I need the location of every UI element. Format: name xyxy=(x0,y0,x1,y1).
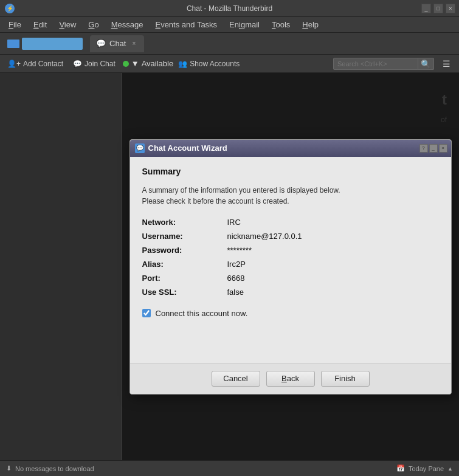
summary-row-username: Username: nickname@127.0.0.1 xyxy=(142,232,439,241)
value-network: IRC xyxy=(227,218,241,227)
window-controls: _ □ × xyxy=(421,4,455,13)
dialog-body: Summary A summary of the information you… xyxy=(130,157,451,363)
compose-bar xyxy=(22,38,83,50)
summary-row-ssl: Use SSL: false xyxy=(142,288,439,297)
summary-intro-line1: A summary of the information you entered… xyxy=(142,185,439,196)
chat-area: t of ted 💬 Chat Account Wizard ? _ × Su xyxy=(122,73,459,460)
dialog-title: Chat Account Wizard xyxy=(148,143,227,153)
main-toolbar: 💬 Chat × xyxy=(0,33,459,55)
modal-overlay: 💬 Chat Account Wizard ? _ × Summary A su… xyxy=(122,73,459,460)
no-messages-label: No messages to download xyxy=(15,465,94,472)
label-password: Password: xyxy=(142,246,227,255)
menu-events[interactable]: Events and Tasks xyxy=(150,19,222,30)
search-button[interactable]: 🔍 xyxy=(418,58,434,70)
chat-bubble-icon: 💬 xyxy=(96,39,106,48)
status-area[interactable]: ▼ Available xyxy=(123,59,173,68)
add-contact-label: Add Contact xyxy=(23,60,63,68)
value-port: 6668 xyxy=(227,274,245,283)
join-chat-label: Join Chat xyxy=(85,60,116,68)
connect-now-checkbox[interactable] xyxy=(142,309,151,317)
label-username: Username: xyxy=(142,232,227,241)
status-dropdown-arrow: ▼ xyxy=(131,59,139,68)
show-accounts-button[interactable]: 👥 Show Accounts xyxy=(178,60,240,68)
summary-row-alias: Alias: Irc2P xyxy=(142,260,439,269)
summary-intro-line2: Please check it before the account is cr… xyxy=(142,196,439,207)
summary-row-network: Network: IRC xyxy=(142,218,439,227)
value-ssl: false xyxy=(227,288,244,297)
menu-help[interactable]: Help xyxy=(297,19,323,30)
back-button[interactable]: Back xyxy=(266,371,315,387)
title-bar: ⚡ Chat - Mozilla Thunderbird _ □ × xyxy=(0,0,459,17)
menu-file[interactable]: File xyxy=(4,19,26,30)
summary-table: Network: IRC Username: nickname@127.0.0.… xyxy=(142,218,439,297)
dialog-title-bar: 💬 Chat Account Wizard ? _ × xyxy=(130,140,451,157)
join-chat-icon: 💬 xyxy=(73,60,82,68)
calendar-icon: 📅 xyxy=(396,464,405,472)
label-network: Network: xyxy=(142,218,227,227)
today-pane-arrow-icon: ▲ xyxy=(447,466,453,472)
close-button[interactable]: × xyxy=(446,4,455,13)
dialog-minimize-button[interactable]: _ xyxy=(429,144,438,153)
value-username: nickname@127.0.0.1 xyxy=(227,232,302,241)
connect-now-row: Connect this account now. xyxy=(142,309,439,318)
search-input[interactable] xyxy=(333,58,418,70)
chat-account-wizard-dialog: 💬 Chat Account Wizard ? _ × Summary A su… xyxy=(129,139,452,395)
cancel-button[interactable]: Cancel xyxy=(212,371,260,387)
add-contact-button[interactable]: 👤+ Add Contact xyxy=(5,58,66,69)
dialog-controls: ? _ × xyxy=(419,144,447,153)
accounts-icon: 👥 xyxy=(178,60,187,68)
menu-bar: File Edit View Go Message Events and Tas… xyxy=(0,17,459,33)
tab-close-button[interactable]: × xyxy=(129,40,138,48)
dialog-app-icon: 💬 xyxy=(135,143,145,153)
mail-envelope-icon xyxy=(7,40,19,48)
dialog-help-button[interactable]: ? xyxy=(419,144,428,153)
tab-area: 💬 Chat × xyxy=(90,33,144,54)
dialog-close-button[interactable]: × xyxy=(439,144,447,153)
minimize-button[interactable]: _ xyxy=(421,4,431,13)
summary-row-password: Password: ******** xyxy=(142,246,439,255)
menu-edit[interactable]: Edit xyxy=(29,19,52,30)
today-pane-label: Today Pane xyxy=(409,465,444,472)
sidebar xyxy=(0,73,122,460)
tab-label: Chat xyxy=(109,39,126,48)
download-icon: ⬇ xyxy=(6,464,12,472)
menu-tools[interactable]: Tools xyxy=(267,19,295,30)
status-bar: ⬇ No messages to download 📅 Today Pane ▲ xyxy=(0,460,459,476)
hamburger-menu-button[interactable]: ☰ xyxy=(439,58,454,70)
status-label: Available xyxy=(142,59,174,68)
menu-go[interactable]: Go xyxy=(83,19,103,30)
status-dot-icon xyxy=(123,61,129,67)
summary-intro: A summary of the information you entered… xyxy=(142,185,439,207)
mail-button[interactable] xyxy=(4,36,86,51)
dialog-footer: Cancel Back Finish xyxy=(130,363,451,394)
menu-view[interactable]: View xyxy=(54,19,81,30)
label-alias: Alias: xyxy=(142,260,227,269)
value-alias: Irc2P xyxy=(227,260,246,269)
join-chat-button[interactable]: 💬 Join Chat xyxy=(71,58,118,69)
value-password: ******** xyxy=(227,246,252,255)
main-content: t of ted 💬 Chat Account Wizard ? _ × Su xyxy=(0,73,459,460)
summary-heading: Summary xyxy=(142,167,439,176)
maximize-button[interactable]: □ xyxy=(433,4,443,13)
label-port: Port: xyxy=(142,274,227,283)
today-pane-button[interactable]: 📅 Today Pane ▲ xyxy=(396,464,453,472)
finish-button[interactable]: Finish xyxy=(321,371,370,387)
status-left: ⬇ No messages to download xyxy=(6,464,94,472)
connect-now-label: Connect this account now. xyxy=(156,309,248,318)
summary-row-port: Port: 6668 xyxy=(142,274,439,283)
menu-enigmail[interactable]: Enigmail xyxy=(224,19,264,30)
show-accounts-label: Show Accounts xyxy=(190,60,240,68)
add-contact-icon: 👤+ xyxy=(7,60,21,68)
menu-message[interactable]: Message xyxy=(106,19,148,30)
app-icon: ⚡ xyxy=(5,4,15,13)
chat-tab[interactable]: 💬 Chat × xyxy=(90,35,144,52)
search-box: 🔍 xyxy=(333,58,434,70)
sub-toolbar: 👤+ Add Contact 💬 Join Chat ▼ Available 👥… xyxy=(0,55,459,73)
label-ssl: Use SSL: xyxy=(142,288,227,297)
window-title: Chat - Mozilla Thunderbird xyxy=(187,4,272,13)
